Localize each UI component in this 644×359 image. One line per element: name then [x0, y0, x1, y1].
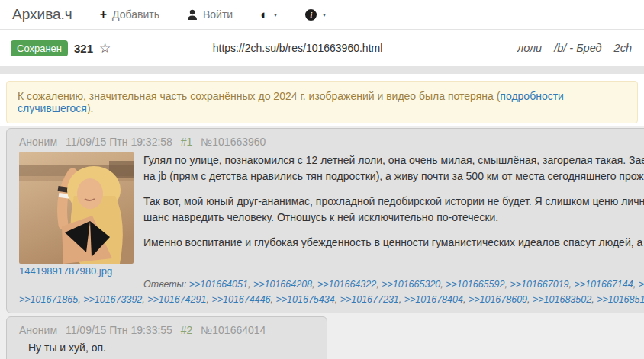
reply-link[interactable]: >>101665592: [446, 279, 504, 290]
post-text: Гулял по улице, познакомился с 12 летней…: [143, 152, 644, 277]
star-icon[interactable]: ☆: [99, 42, 111, 55]
post-text-line: Именно воспитание и глубокая убежденност…: [143, 235, 644, 251]
reply-link[interactable]: >>101667019: [510, 279, 568, 290]
status-badge: Сохранен: [11, 40, 68, 56]
post-number[interactable]: №101663960: [201, 136, 266, 148]
replies-label: Ответы:: [143, 279, 186, 290]
reply-links: >>101671865, >>101673392, >>101674291, >…: [19, 294, 644, 305]
post-header: Аноним 11/09/15 Птн 19:33:55 #2 №1016640…: [19, 322, 314, 338]
reply-links: >>101664051, >>101664208, >>101664322, >…: [189, 279, 644, 290]
thread-toolbar: Сохранен 321 ☆ https://2ch.su/b/res/1016…: [0, 30, 644, 66]
top-navbar: Архива.ч + Добавить Войти ◐ ▼ i ▼: [0, 0, 644, 30]
post-datetime: 11/09/15 Птн 19:32:58: [66, 136, 172, 148]
site-logo[interactable]: Архива.ч: [12, 6, 72, 23]
post-datetime: 11/09/15 Птн 19:33:55: [66, 324, 172, 336]
info-icon: i: [305, 9, 317, 21]
reply-link[interactable]: >>101675434: [276, 294, 335, 305]
post-ordinal-link[interactable]: #1: [181, 136, 193, 148]
post-image-thumbnail[interactable]: [19, 152, 134, 264]
save-status-group: Сохранен 321 ☆: [11, 40, 111, 56]
post-text-line: Так вот, мой юный друг-ананимас, прохлад…: [143, 194, 644, 210]
reply-link[interactable]: >>101674446: [211, 294, 270, 305]
post-text-line: [143, 226, 644, 235]
post-text-line: на jb (прям с детства нравились тян подр…: [143, 168, 644, 184]
reply-link[interactable]: >>101671865: [19, 294, 78, 305]
reply-link[interactable]: >>101664322: [317, 279, 376, 290]
attachment-block: 14419891787980.jpg: [19, 152, 134, 277]
data-loss-warning: К сожалению, значительная часть сохранён…: [6, 81, 638, 123]
theme-dropdown-button[interactable]: ◐ ▼: [260, 8, 278, 21]
board-tags: лоли/b/ - Бред2ch: [517, 42, 632, 54]
reply-link[interactable]: >>1016676: [639, 279, 644, 290]
replies-block: Ответы: >>101664051, >>101664208, >>1016…: [19, 277, 644, 307]
warning-text: К сожалению, значительная часть сохранён…: [18, 90, 500, 102]
post-body: 14419891787980.jpg Гулял по улице, позна…: [19, 152, 644, 277]
add-thread-label: Добавить: [112, 8, 159, 21]
reply-link[interactable]: >>101673392: [83, 294, 142, 305]
post-text-line: шанс навредить человеку. Отношусь к ней …: [143, 210, 644, 226]
attachment-filename-link[interactable]: 14419891787980.jpg: [19, 265, 134, 277]
post-author: Аноним: [19, 324, 57, 336]
reply-link[interactable]: >>101674291: [147, 294, 206, 305]
reply-link[interactable]: >>101685193: [597, 294, 644, 305]
reply-link[interactable]: >>101677231: [340, 294, 399, 305]
chevron-down-icon: ▼: [272, 12, 278, 18]
board-tag-link[interactable]: /b/ - Бред: [554, 42, 601, 54]
warning-text-end: ).: [87, 102, 94, 114]
login-label: Войти: [203, 8, 233, 21]
post-op: Аноним 11/09/15 Птн 19:32:58 #1 №1016639…: [6, 128, 644, 313]
post-reply: Аноним 11/09/15 Птн 19:33:55 #2 №1016640…: [6, 316, 327, 359]
post-text: Ну ты и хуй, оп.: [28, 340, 314, 355]
reply-link[interactable]: >>101678404: [404, 294, 463, 305]
page: Архива.ч + Добавить Войти ◐ ▼ i ▼ Сохран…: [0, 0, 644, 359]
info-dropdown-button[interactable]: i ▼: [305, 9, 327, 21]
post-number[interactable]: №101664014: [201, 324, 266, 336]
post-text-line: [143, 184, 644, 194]
divider: [0, 66, 644, 74]
plus-icon: +: [100, 8, 107, 21]
post-author: Аноним: [19, 136, 57, 148]
reply-link[interactable]: >>101664051: [189, 279, 248, 290]
replies-row: >>101671865, >>101673392, >>101674291, >…: [19, 292, 644, 307]
reply-link[interactable]: >>101678609: [469, 294, 527, 305]
post-header: Аноним 11/09/15 Птн 19:32:58 #1 №1016639…: [19, 134, 644, 149]
save-count: 321: [74, 42, 93, 55]
login-button[interactable]: Войти: [187, 8, 233, 21]
replies-row: Ответы: >>101664051, >>101664208, >>1016…: [143, 277, 644, 292]
user-icon: [187, 9, 198, 21]
post-text-line: Гулял по улице, познакомился с 12 летней…: [143, 152, 644, 168]
reply-link[interactable]: >>101683502: [533, 294, 591, 305]
source-url-link[interactable]: https://2ch.su/b/res/101663960.html: [213, 42, 383, 54]
reply-link[interactable]: >>101665320: [382, 279, 440, 290]
board-tag-link[interactable]: лоли: [517, 42, 542, 54]
thread-container: Аноним 11/09/15 Птн 19:32:58 #1 №1016639…: [0, 126, 644, 359]
board-tag-link[interactable]: 2ch: [614, 42, 632, 54]
reply-link[interactable]: >>101667144: [575, 279, 633, 290]
post-ordinal-link[interactable]: #2: [181, 324, 193, 336]
chevron-down-icon: ▼: [321, 12, 327, 18]
add-thread-button[interactable]: + Добавить: [100, 8, 159, 21]
reply-link[interactable]: >>101664208: [253, 279, 312, 290]
contrast-icon: ◐: [260, 8, 268, 21]
